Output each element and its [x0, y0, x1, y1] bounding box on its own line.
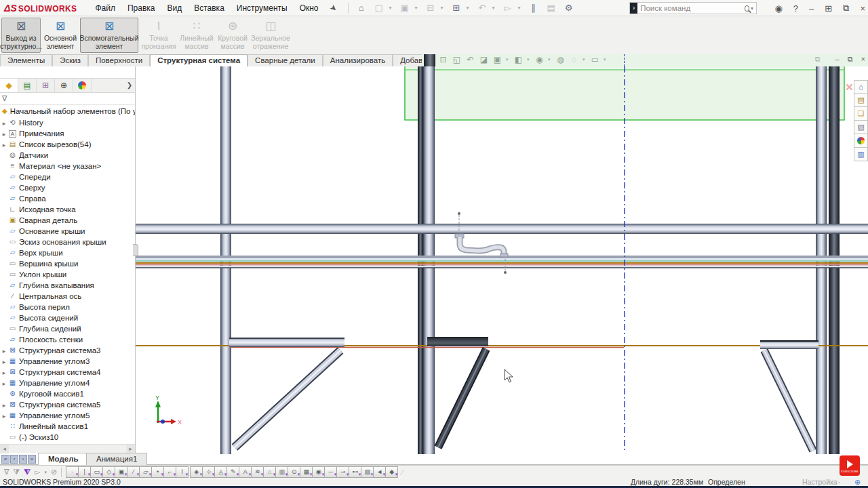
file-explorer-button[interactable]: ❏ [854, 107, 868, 121]
menu-window[interactable]: Окно [294, 0, 325, 16]
zoom-area-icon[interactable]: ◱ [452, 55, 462, 64]
filter-skeleton-button[interactable]: ⌇ [176, 466, 189, 478]
tree-item[interactable]: Справа [0, 193, 135, 204]
view-orientation-icon[interactable]: ▣ [492, 55, 502, 64]
maximize-icon[interactable]: ⊞ [825, 3, 832, 14]
propertymanager-tab[interactable]: ▤ [18, 79, 37, 92]
chevron-down-icon[interactable]: ▾ [548, 57, 552, 62]
expand-arrow-icon[interactable] [0, 379, 8, 387]
selection-filter-button[interactable]: ⊙ [288, 466, 300, 478]
tree-item[interactable]: Плоскость стенки [0, 334, 135, 345]
tab-weldments[interactable]: Сварные детали [248, 54, 323, 66]
tree-item[interactable]: Управление углом5 [0, 410, 135, 421]
filter-surface-button[interactable]: ◇ [102, 466, 115, 478]
chevron-down-icon[interactable]: ▾ [389, 5, 395, 11]
previous-view-icon[interactable]: ↶ [465, 55, 475, 64]
clear-selection-icon[interactable]: ⊘ [51, 468, 57, 476]
chevron-down-icon[interactable]: ▾ [604, 57, 608, 62]
tree-item[interactable]: Исходная точка [0, 204, 135, 215]
expand-arrow-icon[interactable] [0, 129, 8, 138]
filter-icon[interactable]: ∇ [4, 468, 9, 476]
filter-corner-button[interactable]: ⌐ [163, 466, 176, 478]
tree-item[interactable]: Список вырезов(54) [0, 139, 135, 150]
selection-filter-button[interactable]: ▧ [361, 466, 374, 478]
restore-icon[interactable]: ⧉ [815, 55, 821, 64]
menu-tools[interactable]: Инструменты [231, 0, 294, 16]
tree-item[interactable]: Центральная ось [0, 291, 135, 302]
selection-filter-button[interactable]: ◬ [214, 466, 227, 478]
selection-filter-button[interactable]: ✎ [226, 466, 239, 478]
custom-properties-button[interactable]: ▥ [854, 148, 868, 161]
chevron-down-icon[interactable]: ▾ [518, 5, 524, 11]
chevron-down-icon[interactable]: ▾ [751, 5, 753, 12]
options-icon[interactable]: ⚙ [561, 3, 576, 13]
menu-view[interactable]: Вид [161, 0, 188, 16]
task-pane-home-button[interactable]: ⌂ [854, 80, 868, 94]
tab-structure-system[interactable]: Структурная система [150, 54, 248, 66]
help-icon[interactable]: ? [793, 3, 798, 14]
tree-item[interactable]: Сверху [0, 182, 135, 193]
tree-item[interactable]: Датчики [0, 150, 135, 161]
menu-edit[interactable]: Правка [121, 0, 161, 16]
graphics-viewport[interactable]: Y X ✕ ⌂ ▤ ❏ ▧ ▥ [136, 66, 868, 454]
filter-vertices-button[interactable]: · [66, 466, 79, 478]
subscribe-overlay[interactable]: SUBSCRIBE [840, 455, 860, 476]
circular-pattern-button[interactable]: ⊛ Круговой массив [216, 18, 250, 53]
report-icon[interactable]: ▤ [544, 3, 559, 13]
pin-menu-icon[interactable]: ➤ [328, 2, 339, 14]
tree-item[interactable]: Управление углом4 [0, 378, 135, 388]
filter-items-icon[interactable]: ⧩ [13, 468, 20, 476]
tree-item[interactable]: Высота перил [0, 302, 135, 312]
selection-filter-button[interactable]: ⌂ [263, 466, 276, 478]
chevron-down-icon[interactable]: ▾ [583, 57, 587, 62]
tree-filter-row[interactable]: ∇ [0, 93, 135, 105]
tree-item[interactable]: Глубина сидений [0, 323, 135, 334]
tree-item[interactable]: Линейный массив1 [0, 421, 135, 432]
tree-item[interactable]: History [0, 117, 135, 128]
restore-icon[interactable]: ⧉ [843, 3, 849, 14]
menu-insert[interactable]: Вставка [188, 0, 231, 16]
chevron-down-icon[interactable]: ▾ [44, 470, 47, 475]
selection-filter-button[interactable]: ⊸ [336, 466, 349, 478]
tab-surfaces[interactable]: Поверхности [88, 54, 150, 66]
tree-item[interactable]: Управление углом3 [0, 356, 135, 367]
filter-solid-button[interactable]: ▣ [115, 466, 127, 478]
expand-arrow-icon[interactable] [0, 346, 8, 354]
previous-tab-icon[interactable]: ‹ [10, 455, 18, 464]
selection-filter-button[interactable]: ◄ [373, 466, 386, 478]
select-arrow-icon[interactable]: ▻ [35, 468, 40, 476]
chevron-down-icon[interactable]: ▾ [467, 5, 472, 11]
scene-icon[interactable]: ◌ [569, 55, 579, 64]
tree-item[interactable]: Сварная деталь [0, 215, 135, 226]
chevron-down-icon[interactable]: ▾ [492, 5, 498, 11]
filter-faces-button[interactable]: ▭ [90, 466, 103, 478]
tree-item[interactable]: Структурная система5 [0, 399, 135, 410]
appearances-button[interactable] [854, 134, 868, 148]
tree-item[interactable]: Примечания [0, 128, 135, 139]
next-tab-icon[interactable]: › [19, 455, 27, 464]
new-document-icon[interactable]: ▢ [372, 3, 387, 13]
last-tab-icon[interactable]: » [28, 455, 36, 464]
pierce-point-button[interactable]: Ι Точка пронзания [140, 18, 178, 53]
design-library-button[interactable]: ▤ [854, 94, 868, 107]
selection-filter-button[interactable]: A [239, 466, 252, 478]
select-icon[interactable]: ▻ [500, 3, 515, 13]
attachments-icon[interactable]: ∥ [526, 3, 541, 13]
filter-edges-button[interactable]: | [78, 466, 91, 478]
chevron-down-icon[interactable]: ▾ [527, 57, 531, 62]
tree-item[interactable]: Основание крыши [0, 226, 135, 237]
selection-filter-button[interactable]: ▦ [300, 466, 313, 478]
hide-show-items-icon[interactable]: ◉ [534, 55, 545, 64]
mirror-button[interactable]: ◫ Зеркальное отражение [251, 18, 290, 53]
tree-item[interactable]: Эскиз основания крыши [0, 237, 135, 247]
first-tab-icon[interactable]: « [1, 455, 9, 464]
panel-horizontal-scrollbar[interactable]: ◂ ▸ [0, 444, 135, 453]
scroll-right-icon[interactable]: ▸ [126, 445, 135, 453]
tree-item[interactable]: Верх крыши [0, 247, 135, 258]
selection-filter-button[interactable]: ⊹ [202, 466, 215, 478]
section-view-icon[interactable]: ◪ [479, 55, 489, 64]
expand-arrow-icon[interactable] [0, 140, 8, 148]
view-settings-icon[interactable]: ▭ [590, 55, 600, 64]
print-icon[interactable]: ⊞ [449, 3, 464, 13]
linear-pattern-button[interactable]: ∷ Линейный массив [179, 18, 214, 53]
